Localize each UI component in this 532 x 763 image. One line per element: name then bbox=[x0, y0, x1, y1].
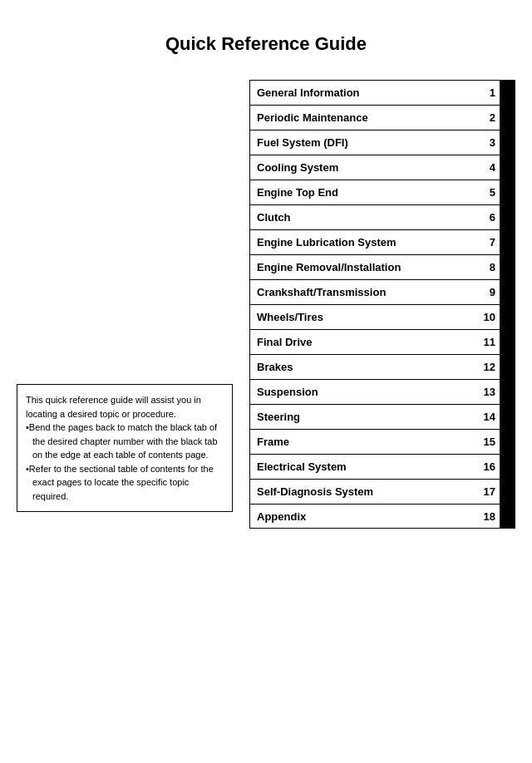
toc-row: Clutch6 bbox=[249, 204, 515, 229]
toc-number: 15 bbox=[475, 430, 500, 454]
toc-number: 2 bbox=[475, 106, 500, 130]
toc-tab bbox=[500, 455, 515, 479]
toc-tab bbox=[500, 430, 515, 454]
toc-label: Final Drive bbox=[250, 330, 475, 354]
toc-tab bbox=[500, 106, 515, 130]
toc-number: 5 bbox=[475, 180, 500, 204]
toc-number: 9 bbox=[475, 280, 500, 304]
toc-label: Self-Diagnosis System bbox=[250, 480, 475, 504]
toc-number: 17 bbox=[475, 480, 500, 504]
toc-label: Crankshaft/Transmission bbox=[250, 280, 475, 304]
toc-label: Cooling System bbox=[250, 155, 475, 180]
note-intro: This quick reference guide will assist y… bbox=[26, 395, 201, 419]
toc-number: 13 bbox=[475, 380, 500, 404]
toc-tab bbox=[500, 330, 515, 354]
toc-number: 10 bbox=[475, 305, 500, 329]
toc-label: Electrical System bbox=[250, 455, 475, 479]
toc-tab bbox=[500, 81, 515, 105]
toc-number: 11 bbox=[475, 330, 500, 354]
toc-row: Brakes12 bbox=[249, 354, 515, 379]
toc-row: Wheels/Tires10 bbox=[249, 304, 515, 329]
note-box: This quick reference guide will assist y… bbox=[17, 384, 233, 512]
toc-number: 4 bbox=[475, 155, 500, 180]
toc-tab bbox=[500, 405, 515, 429]
toc-row: General Information1 bbox=[249, 80, 515, 105]
toc-row: Engine Lubrication System7 bbox=[249, 229, 515, 254]
toc-tab bbox=[500, 130, 515, 155]
toc-row: Steering14 bbox=[249, 404, 515, 429]
toc-row: Engine Top End5 bbox=[249, 180, 515, 204]
toc-number: 14 bbox=[475, 405, 500, 429]
left-panel: This quick reference guide will assist y… bbox=[17, 80, 233, 529]
toc-label: Suspension bbox=[250, 380, 475, 404]
toc-label: Wheels/Tires bbox=[250, 305, 475, 329]
toc-label: Clutch bbox=[250, 205, 475, 229]
toc-number: 12 bbox=[475, 355, 500, 379]
toc-number: 6 bbox=[475, 205, 500, 229]
toc-tab bbox=[500, 505, 515, 528]
toc-tab bbox=[500, 205, 515, 229]
toc-number: 3 bbox=[475, 130, 500, 155]
toc-label: Engine Top End bbox=[250, 180, 475, 204]
toc-label: Fuel System (DFI) bbox=[250, 130, 475, 155]
toc-label: Steering bbox=[250, 405, 475, 429]
toc-label: Engine Lubrication System bbox=[250, 230, 475, 254]
toc-row: Frame15 bbox=[249, 429, 515, 454]
toc-number: 8 bbox=[475, 255, 500, 279]
toc-row: Cooling System4 bbox=[249, 155, 515, 180]
toc-row: Periodic Maintenance2 bbox=[249, 105, 515, 130]
toc-row: Suspension13 bbox=[249, 379, 515, 404]
toc-row: Self-Diagnosis System17 bbox=[249, 479, 515, 504]
note-bullet-1: •Bend the pages back to match the black … bbox=[26, 421, 224, 462]
toc-number: 7 bbox=[475, 230, 500, 254]
toc-tab bbox=[500, 480, 515, 504]
toc-label: General Information bbox=[250, 81, 475, 105]
toc-label: Frame bbox=[250, 430, 475, 454]
toc-tab bbox=[500, 305, 515, 329]
toc-number: 16 bbox=[475, 455, 500, 479]
note-bullet-2: •Refer to the sectional table of content… bbox=[26, 462, 224, 504]
toc-label: Brakes bbox=[250, 355, 475, 379]
toc-row: Final Drive11 bbox=[249, 329, 515, 354]
toc-tab bbox=[500, 230, 515, 254]
toc-row: Appendix18 bbox=[249, 504, 515, 529]
toc-row: Engine Removal/Installation8 bbox=[249, 254, 515, 279]
toc-label: Periodic Maintenance bbox=[250, 106, 475, 130]
page-title: Quick Reference Guide bbox=[0, 0, 532, 80]
toc-tab bbox=[500, 255, 515, 279]
toc-label: Appendix bbox=[250, 505, 475, 528]
toc-number: 18 bbox=[475, 505, 500, 528]
toc-row: Electrical System16 bbox=[249, 454, 515, 479]
toc-label: Engine Removal/Installation bbox=[250, 255, 475, 279]
toc-tab bbox=[500, 180, 515, 204]
toc-number: 1 bbox=[475, 81, 500, 105]
toc-tab bbox=[500, 355, 515, 379]
toc-tab bbox=[500, 380, 515, 404]
toc-table: General Information1Periodic Maintenance… bbox=[249, 80, 515, 529]
toc-tab bbox=[500, 155, 515, 180]
toc-row: Fuel System (DFI)3 bbox=[249, 130, 515, 155]
toc-row: Crankshaft/Transmission9 bbox=[249, 279, 515, 304]
toc-tab bbox=[500, 280, 515, 304]
